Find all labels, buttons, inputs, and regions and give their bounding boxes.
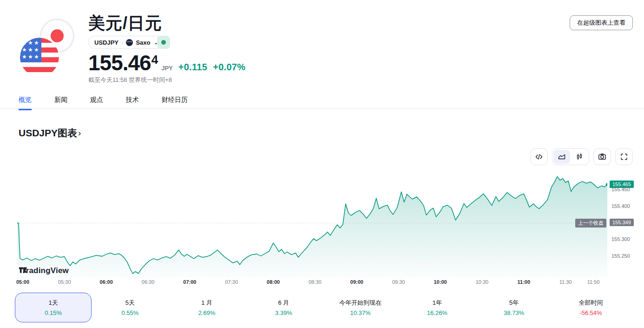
- snapshot-button[interactable]: [593, 148, 611, 165]
- symbol-flags: ★★★ ★★★ ★★★: [19, 17, 79, 78]
- range-1y[interactable]: 1年16.26%: [399, 293, 475, 322]
- svg-text:★: ★: [28, 47, 33, 53]
- price-row: 155.46 4 JPY +0.115 +0.07%: [88, 50, 245, 75]
- chevron-right-icon: ›: [78, 128, 81, 138]
- symbol-selector[interactable]: USDJPY · Saxo ⌄: [88, 36, 164, 49]
- date-range-switcher: 1天0.15%5天0.55%1 月2.69%6 月3.39%今年开始到现在10.…: [15, 293, 629, 322]
- range-all-change: -56.54%: [579, 309, 602, 316]
- x-tick: 09:30: [385, 279, 413, 285]
- tabs-divider: [0, 108, 644, 108]
- range-1d[interactable]: 1天0.15%: [15, 293, 92, 322]
- time-axis[interactable]: 05:0005:3006:0006:3007:0007:3008:0008:30…: [17, 278, 607, 288]
- y-tick: 155.450: [611, 187, 630, 192]
- svg-text:★: ★: [34, 47, 39, 53]
- svg-text:★: ★: [34, 40, 39, 46]
- price-change-pct: +0.07%: [213, 62, 245, 73]
- range-1m-change: 2.69%: [198, 309, 216, 316]
- chart-section-link[interactable]: USDJPY图表 ›: [19, 127, 81, 140]
- price-currency: JPY: [161, 65, 173, 72]
- range-1y-change: 16.26%: [427, 309, 447, 316]
- usa-flag-icon: ★★★ ★★★ ★★★: [19, 36, 60, 78]
- svg-text:★: ★: [34, 54, 39, 60]
- price-axis[interactable]: 155.465 155.349 155.450155.400155.300155…: [607, 171, 644, 278]
- fullscreen-icon: [619, 152, 629, 161]
- x-tick: 05:30: [51, 279, 79, 285]
- x-tick: 08:30: [301, 279, 329, 285]
- last-price: 155.46: [88, 50, 151, 75]
- candlestick-icon: [575, 152, 584, 161]
- range-1m[interactable]: 1 月2.69%: [169, 293, 245, 322]
- range-5y[interactable]: 5年38.73%: [476, 293, 552, 322]
- x-tick: 11:30: [552, 279, 579, 285]
- range-6m-change: 3.39%: [275, 309, 292, 316]
- x-tick: 06:00: [92, 279, 120, 285]
- x-tick: 11:50: [579, 279, 607, 285]
- price-chart-plot[interactable]: 上一个收盘 TradingView: [17, 171, 607, 278]
- prev-close-label: 上一个收盘: [575, 219, 606, 228]
- range-1m-label: 1 月: [201, 299, 212, 307]
- range-5d[interactable]: 5天0.55%: [92, 293, 168, 322]
- svg-text:★: ★: [28, 54, 33, 60]
- fullscreen-button[interactable]: [615, 148, 633, 165]
- range-1d-change: 0.15%: [45, 309, 62, 316]
- range-all-label: 全部时间: [578, 299, 603, 307]
- separator: ·: [121, 39, 123, 46]
- code-icon: [534, 152, 544, 161]
- range-ytd-label: 今年开始到现在: [339, 299, 381, 307]
- area-chart-icon: [557, 152, 566, 161]
- open-superchart-button[interactable]: 在超级图表上查看: [570, 15, 633, 30]
- range-1d-label: 1天: [49, 299, 58, 307]
- x-tick: 07:00: [176, 279, 204, 285]
- svg-text:★: ★: [22, 54, 27, 60]
- chart-section-title: USDJPY图表: [19, 127, 77, 140]
- range-5y-label: 5年: [509, 299, 519, 307]
- range-ytd-change: 10.37%: [350, 309, 371, 316]
- prev-close-price-badge: 155.349: [610, 219, 634, 226]
- exchange-name: Saxo: [136, 39, 150, 46]
- range-6m-label: 6 月: [278, 299, 289, 307]
- camera-icon: [598, 152, 607, 161]
- x-tick: 08:00: [259, 279, 287, 285]
- last-price-fraction: 4: [151, 53, 158, 67]
- svg-text:★: ★: [22, 47, 27, 53]
- x-tick: 10:30: [468, 279, 496, 285]
- range-5d-change: 0.55%: [121, 309, 138, 316]
- embed-code-button[interactable]: [530, 148, 548, 165]
- y-tick: 155.400: [611, 203, 630, 209]
- symbol-ticker: USDJPY: [94, 39, 118, 46]
- x-tick: 06:30: [134, 279, 162, 285]
- page-title: 美元/日元: [88, 12, 162, 35]
- exchange-logo-icon: [126, 39, 133, 46]
- tradingview-wordmark: TradingView: [21, 266, 69, 275]
- range-ytd[interactable]: 今年开始到现在10.37%: [322, 293, 399, 322]
- range-5d-label: 5天: [125, 299, 135, 307]
- y-tick: 155.250: [611, 253, 630, 259]
- market-open-dot-icon: [161, 40, 166, 45]
- range-1y-label: 1年: [433, 299, 442, 307]
- range-6m[interactable]: 6 月3.39%: [245, 293, 322, 322]
- range-5y-change: 38.73%: [504, 309, 524, 316]
- svg-text:★: ★: [22, 40, 27, 46]
- market-status-badge: [157, 36, 170, 49]
- x-tick: 05:00: [9, 279, 37, 285]
- x-tick: 07:30: [217, 279, 245, 285]
- as-of-timestamp: 截至今天11:58 世界统一时间+8: [88, 76, 172, 84]
- y-tick: 155.300: [611, 236, 630, 242]
- x-tick: 11:00: [510, 279, 538, 285]
- chart-toolbar: [530, 148, 633, 165]
- tradingview-logo[interactable]: TradingView: [19, 266, 69, 275]
- range-all[interactable]: 全部时间-56.54%: [552, 293, 629, 322]
- candles-style-button[interactable]: [571, 150, 588, 164]
- svg-text:★: ★: [28, 40, 33, 46]
- area-style-button[interactable]: [553, 150, 570, 164]
- x-tick: 09:00: [343, 279, 371, 285]
- price-change-abs: +0.115: [178, 62, 207, 73]
- x-tick: 10:00: [427, 279, 454, 285]
- chart-style-switcher: [552, 148, 589, 165]
